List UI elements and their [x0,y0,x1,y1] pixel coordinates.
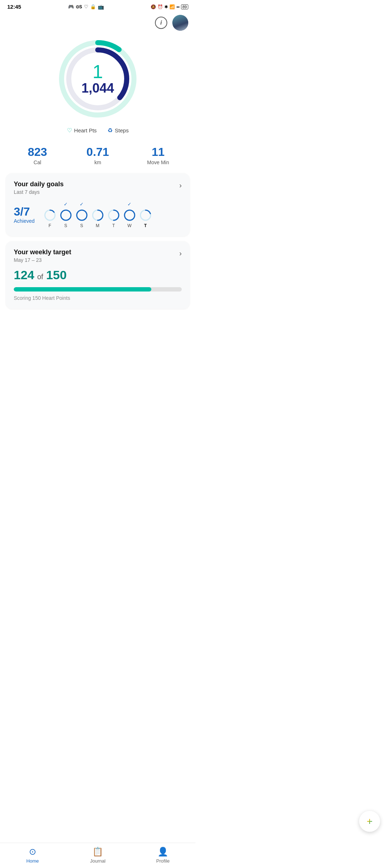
day-circle-svg [107,209,120,222]
day-circle-svg [91,209,104,222]
mute-icon: 🔕 [151,4,156,9]
day-circle-svg [59,209,72,222]
ring-legend: ♡ Heart Pts ♻ Steps [67,127,129,134]
stats-row: 823 Cal 0.71 km 11 Move Min [0,140,196,168]
goals-content: 3/7 Achieved F✓S✓SMT✓WT [14,201,182,228]
achieved-block: 3/7 Achieved [14,206,35,224]
weekly-target-title-block: Your weekly target May 17 – 23 [14,248,71,263]
day-col-w: ✓W [123,201,136,228]
cal-value: 823 [7,145,68,159]
weekly-target-card[interactable]: Your weekly target May 17 – 23 › 124 of … [6,241,190,309]
target-of: of [37,273,43,281]
day-col-t: T [139,201,152,228]
s-icon: ⊙S [76,4,82,9]
day-label: M [96,223,100,228]
stat-km: 0.71 km [68,145,128,165]
heart-icon: ♡ [84,4,88,9]
gamepad-icon: 🎮 [68,4,74,9]
heart-pts-icon: ♡ [67,127,72,134]
daily-goals-header: Your daily goals Last 7 days › [14,180,182,195]
activity-ring[interactable]: 1 1,044 [56,37,139,120]
target-note: Scoring 150 Heart Points [14,295,182,301]
day-label: S [80,223,83,228]
day-label: T [144,223,147,228]
svg-point-9 [77,210,87,220]
weekly-target-chevron: › [179,249,182,258]
day-label: W [127,223,131,228]
progress-bar-track [14,287,182,292]
weekly-target-date: May 17 – 23 [14,257,71,263]
day-circle-svg [123,209,136,222]
day-circle-svg [75,209,88,222]
progress-bar-fill [14,287,151,292]
top-bar: i [0,12,196,34]
avatar[interactable] [172,15,188,31]
day-check: ✓ [80,201,84,207]
km-label: km [68,159,128,165]
day-col-s: ✓S [59,201,72,228]
day-circle-svg [139,209,152,222]
achieved-label: Achieved [14,218,35,224]
day-col-t: T [107,201,120,228]
status-icons: 🎮 ⊙S ♡ 🔒 📺 [68,4,104,10]
target-nums: 124 of 150 [14,268,182,282]
day-check: ✓ [127,201,131,207]
svg-point-15 [125,210,135,220]
steps-value: 1,044 [81,81,114,95]
move-min-label: Move Min [128,159,188,165]
daily-goals-title: Your daily goals [14,180,64,188]
steps-icon: ♻ [108,127,113,134]
status-bar: 12:45 🎮 ⊙S ♡ 🔒 📺 🔕 ⏰ ✱ 📶 ▪▪ 89 [0,0,196,12]
day-label: F [49,223,51,228]
bluetooth-icon: ✱ [164,4,168,9]
info-button[interactable]: i [155,17,167,29]
day-col-f: F [43,201,56,228]
day-label: T [112,223,115,228]
lock-icon: 🔒 [90,4,96,9]
stat-move-min: 11 Move Min [128,145,188,165]
stat-cal: 823 Cal [7,145,68,165]
day-label: S [64,223,67,228]
heart-pts-value: 1 [81,62,114,81]
status-right: 🔕 ⏰ ✱ 📶 ▪▪ 89 [151,4,188,9]
day-circle-svg [43,209,56,222]
alarm-icon: ⏰ [157,4,163,9]
legend-steps: ♻ Steps [108,127,129,134]
twitch-icon: 📺 [98,4,104,10]
day-circles: F✓S✓SMT✓WT [43,201,152,228]
wifi-icon: 📶 [169,4,175,9]
target-current: 124 [14,268,34,282]
status-time: 12:45 [7,4,21,10]
ring-center: 1 1,044 [81,62,114,95]
legend-heart-pts: ♡ Heart Pts [67,127,97,134]
weekly-target-title: Your weekly target [14,248,71,256]
target-total: 150 [46,268,67,282]
cal-label: Cal [7,159,68,165]
day-check: ✓ [64,201,68,207]
signal-icon: ▪▪ [176,4,180,9]
svg-point-7 [61,210,71,220]
ring-section: 1 1,044 ♡ Heart Pts ♻ Steps [0,34,196,140]
achieved-count: 3/7 [14,206,35,217]
steps-label: Steps [115,127,129,133]
weekly-target-header: Your weekly target May 17 – 23 › [14,248,182,263]
weekly-target-content: 124 of 150 Scoring 150 Heart Points [14,268,182,301]
avatar-image [172,15,188,31]
daily-goals-card[interactable]: Your daily goals Last 7 days › 3/7 Achie… [6,173,190,236]
daily-goals-title-block: Your daily goals Last 7 days [14,180,64,195]
daily-goals-subtitle: Last 7 days [14,189,64,195]
km-value: 0.71 [68,145,128,159]
daily-goals-chevron: › [179,181,182,190]
move-min-value: 11 [128,145,188,159]
heart-pts-label: Heart Pts [74,127,97,133]
battery-level: 89 [181,4,188,9]
day-col-s: ✓S [75,201,88,228]
day-col-m: M [91,201,104,228]
info-icon: i [160,20,162,26]
